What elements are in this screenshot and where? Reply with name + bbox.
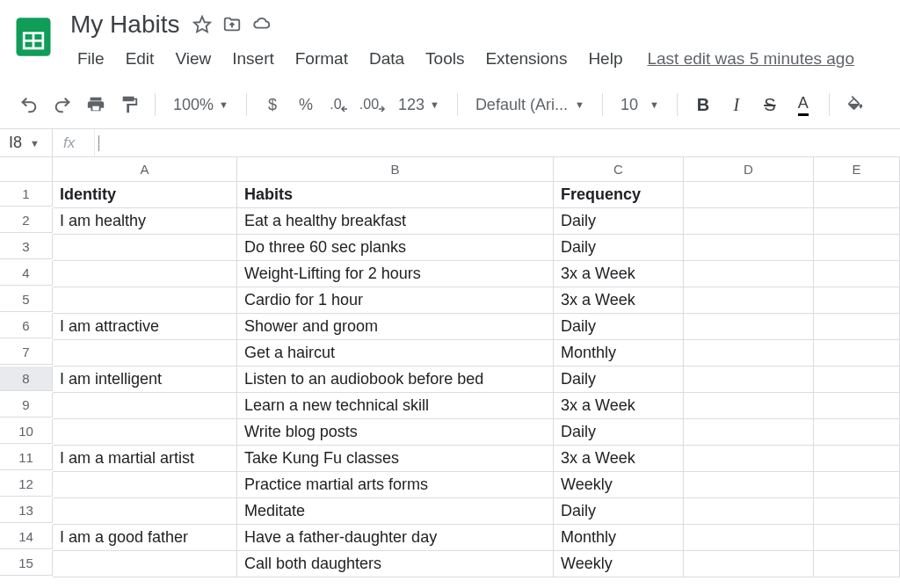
menu-file[interactable]: File bbox=[67, 46, 115, 72]
cell-B6[interactable]: Shower and groom bbox=[237, 314, 554, 340]
menu-format[interactable]: Format bbox=[285, 46, 359, 72]
menu-tools[interactable]: Tools bbox=[415, 46, 475, 72]
cell-C1[interactable]: Frequency bbox=[554, 182, 684, 208]
cell-E5[interactable] bbox=[814, 287, 900, 314]
increase-decimal-button[interactable]: .00 bbox=[358, 90, 388, 120]
percent-button[interactable]: % bbox=[291, 90, 321, 120]
spreadsheet-grid[interactable]: ABCDE1IdentityHabitsFrequency2I am healt… bbox=[0, 157, 900, 577]
cell-C8[interactable]: Daily bbox=[554, 367, 684, 393]
cell-C4[interactable]: 3x a Week bbox=[554, 261, 684, 287]
name-box[interactable]: I8 ▼ bbox=[0, 129, 53, 156]
cell-D1[interactable] bbox=[684, 182, 814, 208]
cell-E13[interactable] bbox=[814, 498, 900, 525]
row-header-8[interactable]: 8 bbox=[0, 367, 53, 391]
column-header-E[interactable]: E bbox=[814, 157, 900, 182]
fill-color-button[interactable] bbox=[840, 90, 870, 120]
cell-B12[interactable]: Practice martial arts forms bbox=[237, 472, 554, 498]
cell-C13[interactable]: Daily bbox=[554, 498, 684, 525]
cell-A2[interactable]: I am healthy bbox=[53, 208, 237, 235]
italic-button[interactable]: I bbox=[722, 90, 751, 120]
cell-C9[interactable]: 3x a Week bbox=[554, 393, 684, 419]
cell-D4[interactable] bbox=[684, 261, 814, 287]
row-header-4[interactable]: 4 bbox=[0, 261, 53, 286]
star-icon[interactable] bbox=[192, 14, 213, 35]
cell-E10[interactable] bbox=[814, 419, 900, 446]
column-header-A[interactable]: A bbox=[53, 157, 237, 182]
cell-A4[interactable] bbox=[53, 261, 237, 287]
cell-A9[interactable] bbox=[53, 393, 237, 419]
cell-D10[interactable] bbox=[684, 419, 814, 446]
cell-D8[interactable] bbox=[684, 367, 814, 393]
cell-D7[interactable] bbox=[684, 340, 814, 367]
print-icon[interactable] bbox=[81, 90, 111, 120]
row-header-11[interactable]: 11 bbox=[0, 446, 53, 470]
row-header-7[interactable]: 7 bbox=[0, 340, 53, 365]
strikethrough-button[interactable]: S bbox=[755, 90, 785, 120]
cell-E6[interactable] bbox=[814, 314, 900, 340]
cell-E9[interactable] bbox=[814, 393, 900, 419]
sheets-logo-icon[interactable] bbox=[11, 14, 56, 60]
cell-A7[interactable] bbox=[53, 340, 237, 367]
menu-edit[interactable]: Edit bbox=[115, 46, 165, 72]
cell-C10[interactable]: Daily bbox=[554, 419, 684, 446]
cell-C7[interactable]: Monthly bbox=[554, 340, 684, 367]
cell-E2[interactable] bbox=[814, 208, 900, 235]
cell-D9[interactable] bbox=[684, 393, 814, 419]
cell-B13[interactable]: Meditate bbox=[237, 498, 554, 525]
cell-B14[interactable]: Have a father-daughter day bbox=[237, 525, 554, 551]
cloud-status-icon[interactable] bbox=[251, 14, 272, 35]
menu-data[interactable]: Data bbox=[359, 46, 415, 72]
row-header-15[interactable]: 15 bbox=[0, 551, 53, 576]
cell-B2[interactable]: Eat a healthy breakfast bbox=[237, 208, 554, 235]
zoom-dropdown[interactable]: 100% ▼ bbox=[166, 96, 236, 114]
row-header-1[interactable]: 1 bbox=[0, 182, 53, 207]
row-header-13[interactable]: 13 bbox=[0, 498, 53, 523]
cell-D2[interactable] bbox=[684, 208, 814, 235]
cell-A1[interactable]: Identity bbox=[53, 182, 237, 208]
row-header-3[interactable]: 3 bbox=[0, 235, 53, 259]
row-header-12[interactable]: 12 bbox=[0, 472, 53, 497]
row-header-9[interactable]: 9 bbox=[0, 393, 53, 417]
cell-C12[interactable]: Weekly bbox=[554, 472, 684, 498]
cell-B5[interactable]: Cardio for 1 hour bbox=[237, 287, 554, 314]
cell-E1[interactable] bbox=[814, 182, 900, 208]
cell-D12[interactable] bbox=[684, 472, 814, 498]
cell-D6[interactable] bbox=[684, 314, 814, 340]
decrease-decimal-button[interactable]: .0 bbox=[324, 90, 354, 120]
menu-insert[interactable]: Insert bbox=[221, 46, 285, 72]
menu-view[interactable]: View bbox=[164, 46, 221, 72]
row-header-6[interactable]: 6 bbox=[0, 314, 53, 338]
cell-C5[interactable]: 3x a Week bbox=[554, 287, 684, 314]
cell-A13[interactable] bbox=[53, 498, 237, 525]
cell-E14[interactable] bbox=[814, 525, 900, 551]
cell-C15[interactable]: Weekly bbox=[554, 551, 684, 577]
paint-format-icon[interactable] bbox=[114, 90, 144, 120]
cell-E15[interactable] bbox=[814, 551, 900, 577]
cell-E12[interactable] bbox=[814, 472, 900, 498]
cell-C11[interactable]: 3x a Week bbox=[554, 446, 684, 472]
move-folder-icon[interactable] bbox=[221, 14, 243, 35]
cell-A15[interactable] bbox=[53, 551, 237, 577]
column-header-B[interactable]: B bbox=[237, 157, 554, 182]
cell-D11[interactable] bbox=[684, 446, 814, 472]
font-dropdown[interactable]: Default (Ari... ▼ bbox=[468, 96, 592, 114]
menu-extensions[interactable]: Extensions bbox=[475, 46, 577, 72]
cell-E3[interactable] bbox=[814, 235, 900, 261]
row-header-2[interactable]: 2 bbox=[0, 208, 53, 233]
row-header-14[interactable]: 14 bbox=[0, 525, 53, 549]
cell-B4[interactable]: Weight-Lifting for 2 hours bbox=[237, 261, 554, 287]
cell-D3[interactable] bbox=[684, 235, 814, 261]
cell-C14[interactable]: Monthly bbox=[554, 525, 684, 551]
cell-E8[interactable] bbox=[814, 367, 900, 393]
cell-A10[interactable] bbox=[53, 419, 237, 446]
cell-B7[interactable]: Get a haircut bbox=[237, 340, 554, 367]
document-title[interactable]: My Habits bbox=[67, 9, 183, 40]
cell-A14[interactable]: I am a good father bbox=[53, 525, 237, 551]
redo-icon[interactable] bbox=[47, 90, 77, 120]
bold-button[interactable]: B bbox=[688, 90, 718, 120]
cell-C3[interactable]: Daily bbox=[554, 235, 684, 261]
last-edit-link[interactable]: Last edit was 5 minutes ago bbox=[647, 49, 854, 69]
cell-E4[interactable] bbox=[814, 261, 900, 287]
undo-icon[interactable] bbox=[14, 90, 44, 120]
text-color-button[interactable]: A bbox=[788, 90, 818, 120]
